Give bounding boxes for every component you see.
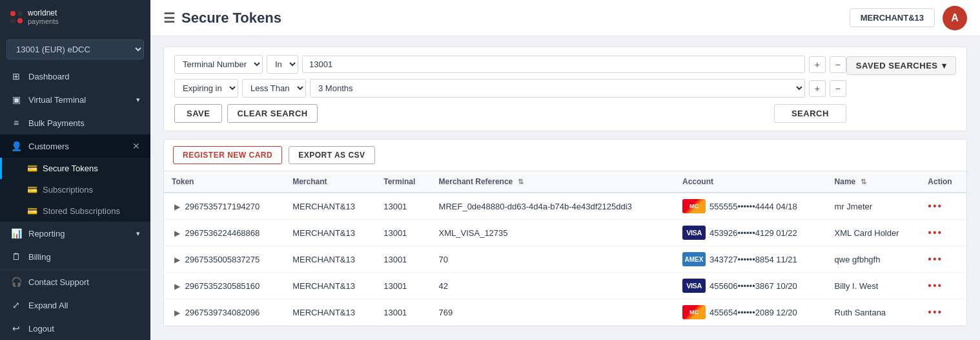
- filter-controls: Terminal Number In + − Expiring in: [174, 55, 846, 123]
- expand-row-btn-1[interactable]: ▶: [172, 229, 183, 238]
- cell-action-4: •••: [920, 299, 966, 326]
- chevron-down-icon-reporting: ▾: [136, 229, 140, 238]
- filter-add-btn-1[interactable]: +: [809, 56, 826, 73]
- col-header-merchant: Merchant: [285, 171, 376, 193]
- cell-action-0: •••: [920, 193, 966, 220]
- action-menu-btn-2[interactable]: •••: [928, 253, 943, 264]
- action-menu-btn-3[interactable]: •••: [928, 280, 943, 291]
- col-header-action: Action: [920, 171, 966, 193]
- cell-merchant-4: MERCHANT&13: [285, 299, 376, 326]
- logo-dot-1: [10, 11, 15, 16]
- cell-action-3: •••: [920, 273, 966, 299]
- col-header-merchant-ref[interactable]: Merchant Reference ⇅: [431, 171, 675, 193]
- table-row: ▶ 2967539734082096 MERCHANT&13 13001 769…: [164, 299, 966, 326]
- sidebar-logo: worldnet payments: [0, 0, 150, 34]
- action-menu-btn-1[interactable]: •••: [928, 227, 943, 238]
- sidebar-item-reporting[interactable]: 📊 Reporting ▾: [0, 222, 150, 245]
- table-row: ▶ 2967535005837275 MERCHANT&13 13001 70 …: [164, 246, 966, 273]
- filter-field-select-1[interactable]: Terminal Number: [174, 55, 263, 74]
- content-area: Terminal Number In + − Expiring in: [150, 36, 980, 340]
- saved-searches-button[interactable]: SAVED SEARCHES ▾: [846, 56, 956, 75]
- export-csv-button[interactable]: EXPORT AS CSV: [289, 146, 374, 164]
- col-header-name[interactable]: Name ⇅: [827, 171, 921, 193]
- filter-add-btn-2[interactable]: +: [809, 80, 826, 97]
- cell-terminal-0: 13001: [376, 193, 431, 220]
- table-row: ▶ 2967535717194270 MERCHANT&13 13001 MRE…: [164, 193, 966, 220]
- mastercard-icon: MC: [682, 305, 706, 319]
- cell-account-2: AMEX343727••••••8854 11/21: [675, 246, 827, 273]
- sidebar-bottom: 🎧 Contact Support ⤢ Expand All ↩ Logout: [0, 270, 150, 340]
- filter-value-select-2[interactable]: 3 Months: [310, 79, 805, 98]
- cell-merchant-ref-1: XML_VISA_12735: [431, 220, 675, 246]
- close-icon[interactable]: ✕: [132, 141, 140, 151]
- cell-terminal-1: 13001: [376, 220, 431, 246]
- cell-merchant-ref-2: 70: [431, 246, 675, 273]
- cell-merchant-ref-0: MREF_0de48880-dd63-4d4a-b74b-4e43df2125d…: [431, 193, 675, 220]
- headset-icon: 🎧: [10, 277, 22, 287]
- cell-name-3: Billy I. West: [827, 273, 921, 299]
- sidebar-nav: ⊞ Dashboard ▣ Virtual Terminal ▾ ≡ Bulk …: [0, 65, 150, 270]
- expand-icon: ⤢: [10, 300, 22, 310]
- filter-value-input-1[interactable]: [302, 56, 805, 73]
- cell-merchant-1: MERCHANT&13: [285, 220, 376, 246]
- filter-row-2: Expiring in Less Than 3 Months + −: [174, 79, 846, 98]
- sort-icon-name: ⇅: [861, 178, 866, 186]
- col-header-terminal: Terminal: [376, 171, 431, 193]
- filter-remove-btn-2[interactable]: −: [830, 80, 846, 97]
- filter-field-select-2[interactable]: Expiring in: [174, 79, 238, 98]
- sidebar-item-contact-support[interactable]: 🎧 Contact Support: [0, 270, 150, 293]
- logo-dot-3: [10, 18, 15, 23]
- layers-icon: ≡: [10, 118, 22, 128]
- sidebar-item-customers[interactable]: 👤 Customers ✕: [0, 134, 150, 158]
- terminal-select[interactable]: 13001 (EUR) eDCC: [6, 39, 144, 59]
- avatar[interactable]: A: [943, 6, 967, 30]
- logo-dots: [10, 11, 23, 23]
- filter-operator-select-2[interactable]: Less Than: [242, 79, 306, 98]
- action-menu-btn-0[interactable]: •••: [928, 200, 943, 211]
- header-right: MERCHANT&13 A: [850, 6, 967, 30]
- sidebar-item-secure-tokens[interactable]: 💳 Secure Tokens: [0, 158, 150, 179]
- sidebar-item-virtual-terminal[interactable]: ▣ Virtual Terminal ▾: [0, 88, 150, 111]
- filter-section: Terminal Number In + − Expiring in: [163, 47, 967, 131]
- sidebar-item-settings[interactable]: ⚙ Settings ▾: [0, 268, 150, 270]
- sidebar-item-bulk-payments[interactable]: ≡ Bulk Payments: [0, 111, 150, 134]
- cell-terminal-3: 13001: [376, 273, 431, 299]
- logo-dot-2: [17, 11, 23, 16]
- col-header-account: Account: [675, 171, 827, 193]
- filter-remove-btn-1[interactable]: −: [830, 56, 846, 73]
- chevron-down-icon-saved: ▾: [942, 61, 947, 70]
- sidebar-item-subscriptions[interactable]: 💳 Subscriptions: [0, 179, 150, 200]
- cell-merchant-2: MERCHANT&13: [285, 246, 376, 273]
- cell-name-2: qwe gfbhgfh: [827, 246, 921, 273]
- mastercard-icon: MC: [682, 199, 706, 213]
- search-button[interactable]: SEARCH: [774, 104, 846, 123]
- filter-actions: SAVE CLEAR SEARCH SEARCH: [174, 104, 846, 123]
- merchant-badge: MERCHANT&13: [850, 8, 935, 27]
- cell-account-4: MC455654••••••2089 12/20: [675, 299, 827, 326]
- register-new-card-button[interactable]: REGISTER NEW CARD: [173, 146, 282, 164]
- cell-action-1: •••: [920, 220, 966, 246]
- clear-search-button[interactable]: CLEAR SEARCH: [227, 104, 317, 123]
- expand-row-btn-2[interactable]: ▶: [172, 255, 183, 264]
- filter-operator-select-1[interactable]: In: [267, 55, 298, 74]
- sidebar-item-stored-subscriptions[interactable]: 💳 Stored Subscriptions: [0, 200, 150, 222]
- tokens-table-body: ▶ 2967535717194270 MERCHANT&13 13001 MRE…: [164, 193, 966, 326]
- filter-row-1: Terminal Number In + −: [174, 55, 846, 74]
- visa-icon: VISA: [682, 279, 706, 293]
- cell-merchant-ref-3: 42: [431, 273, 675, 299]
- page-title: ☰ Secure Tokens: [163, 10, 281, 27]
- sidebar-item-expand-all[interactable]: ⤢ Expand All: [0, 293, 150, 317]
- expand-row-btn-4[interactable]: ▶: [172, 308, 183, 317]
- sidebar-item-logout[interactable]: ↩ Logout: [0, 317, 150, 340]
- sidebar: worldnet payments 13001 (EUR) eDCC ⊞ Das…: [0, 0, 150, 340]
- table-row: ▶ 2967535230585160 MERCHANT&13 13001 42 …: [164, 273, 966, 299]
- customers-sub-nav: 💳 Secure Tokens 💳 Subscriptions 💳 Stored…: [0, 158, 150, 222]
- sidebar-item-dashboard[interactable]: ⊞ Dashboard: [0, 65, 150, 88]
- expand-row-btn-0[interactable]: ▶: [172, 202, 183, 211]
- save-button[interactable]: SAVE: [174, 104, 222, 123]
- cell-account-0: MC555555••••••4444 04/18: [675, 193, 827, 220]
- action-menu-btn-4[interactable]: •••: [928, 306, 943, 317]
- expand-row-btn-3[interactable]: ▶: [172, 282, 183, 291]
- sidebar-item-billing[interactable]: 🗒 Billing: [0, 245, 150, 268]
- cell-token-3: ▶ 2967535230585160: [164, 273, 285, 299]
